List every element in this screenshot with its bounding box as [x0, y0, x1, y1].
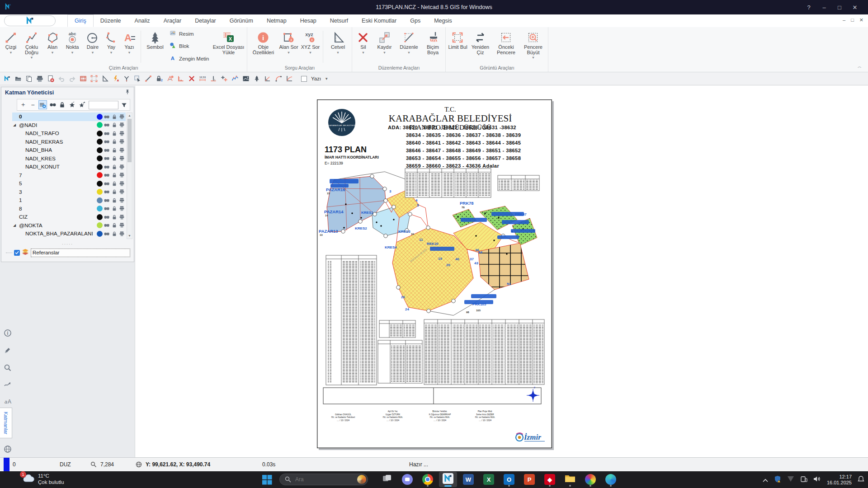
expand-icon[interactable]: ◢ — [13, 123, 19, 127]
tab-duzenle[interactable]: Düzenle — [94, 14, 128, 27]
layer-visibility-icon[interactable] — [103, 114, 110, 119]
perpendicular-icon[interactable] — [209, 74, 218, 83]
print-icon[interactable] — [35, 74, 44, 83]
scroll-down-icon[interactable]: ▼ — [127, 233, 132, 239]
display-icon[interactable] — [787, 476, 794, 484]
ribbon-alan-sor-button[interactable]: iAlan Sor▼ — [278, 28, 299, 65]
security-shield-icon[interactable] — [774, 475, 781, 484]
filter-icon[interactable] — [119, 100, 128, 109]
layer-visibility-icon[interactable] — [103, 198, 110, 203]
ribbon-yay-button[interactable]: Yay▼ — [103, 28, 119, 65]
ribbon-alan-button[interactable]: Alan▼ — [43, 28, 61, 65]
draw-line-icon[interactable] — [144, 74, 153, 83]
layer-lock-icon[interactable] — [110, 122, 118, 128]
angle-measure-icon[interactable] — [263, 74, 272, 83]
ribbon-resim-button[interactable]: Resim — [170, 30, 209, 38]
ribbon-coklu-dogru-button[interactable]: Çoklu Doğru▼ — [21, 28, 42, 65]
clock[interactable]: 12:17 16.01.2025 — [827, 474, 852, 486]
mdi-restore-button[interactable]: □ — [851, 17, 854, 23]
ribbon-bicim-boya-button[interactable]: Biçim Boya — [422, 28, 443, 65]
ribbon-excel-dosyasi-yukle-button[interactable]: XExcel Dosyası Yükle — [212, 28, 245, 65]
copy-document-icon[interactable] — [24, 74, 33, 83]
layer-print-icon[interactable] — [118, 222, 126, 228]
volume-icon[interactable] — [813, 476, 821, 484]
open-file-icon[interactable] — [14, 74, 23, 83]
layer-lock-icon[interactable] — [110, 172, 118, 178]
layer-color-swatch[interactable] — [97, 147, 103, 153]
ribbon-duzenle-button[interactable]: Düzenle▼ — [396, 28, 421, 65]
weather-widget[interactable]: 1 11°C Çok bulutlu — [23, 473, 64, 485]
layer-print-icon[interactable] — [118, 214, 126, 220]
layer-color-swatch[interactable] — [97, 206, 103, 211]
layer-color-swatch[interactable] — [97, 139, 103, 145]
dropdown-arrow-icon[interactable]: ▼ — [71, 51, 74, 55]
layer-row-1[interactable]: 1 — [12, 196, 126, 205]
undo-icon[interactable] — [57, 74, 66, 83]
taskbar-app-color-app[interactable] — [581, 472, 599, 487]
layer-row-nadi[interactable]: ◢@NADI — [12, 121, 126, 130]
layer-color-swatch[interactable] — [97, 172, 103, 178]
layer-color-swatch[interactable] — [97, 155, 103, 161]
tab-detaylar[interactable]: Detaylar — [188, 14, 223, 27]
mdi-minimize-button[interactable]: – — [843, 17, 845, 23]
new-layer-group-button[interactable] — [38, 100, 47, 109]
curve-axis-icon[interactable] — [285, 74, 294, 83]
layer-row-nadi-rekras[interactable]: NADI_REKRAS — [12, 138, 126, 146]
pin-icon[interactable] — [124, 89, 130, 96]
layer-row-7[interactable]: 7 — [12, 171, 126, 180]
references-row[interactable]: Referanslar — [6, 248, 130, 257]
taskbar-app-word[interactable]: W — [459, 472, 477, 487]
ribbon-obje-ozellikleri-button[interactable]: iObje Özellikleri — [249, 28, 277, 65]
dropdown-arrow-icon[interactable]: ▼ — [407, 51, 410, 55]
drawing-list-icon[interactable] — [79, 74, 88, 83]
dropdown-arrow-icon[interactable]: ▼ — [9, 51, 12, 55]
layer-print-icon[interactable] — [118, 189, 126, 195]
layer-visibility-icon[interactable] — [103, 139, 110, 144]
profile-line-icon[interactable] — [231, 74, 240, 83]
netcad-logo-icon[interactable] — [3, 74, 12, 83]
layer-color-swatch[interactable] — [97, 181, 103, 187]
delete-document-icon[interactable] — [46, 74, 55, 83]
star-icon[interactable] — [68, 100, 77, 109]
layer-lock-icon[interactable] — [110, 155, 118, 161]
delete-red-icon[interactable] — [187, 74, 196, 83]
zoom-tool-icon[interactable] — [4, 364, 12, 372]
ribbon-sil-button[interactable]: Sil▼ — [354, 28, 372, 65]
info-circle-icon[interactable]: i — [4, 329, 12, 337]
layer-row-nadi-kres[interactable]: NADI_KRES — [12, 155, 126, 163]
yazi-checkbox[interactable] — [301, 76, 307, 82]
layer-row-ciz[interactable]: CIZ — [12, 213, 126, 221]
taskbar-app-red-app[interactable]: ◆ — [541, 472, 559, 487]
layer-row-nadi-trafo[interactable]: NADI_TRAFO — [12, 129, 126, 138]
tab-netsurf[interactable]: Netsurf — [323, 14, 355, 27]
panel-splitter[interactable]: ····· — [1, 242, 134, 246]
dropdown-arrow-icon[interactable]: ▼ — [336, 51, 340, 55]
layer-lock-icon[interactable] — [110, 139, 118, 145]
layer-list-scrollbar[interactable]: ▲ ▼ — [127, 113, 132, 239]
arc-tool-icon[interactable] — [274, 74, 283, 83]
ribbon-yazi-button[interactable]: AYazı▼ — [120, 28, 138, 65]
layer-print-icon[interactable] — [118, 206, 126, 211]
tab-netmap[interactable]: Netmap — [260, 14, 293, 27]
layer-print-icon[interactable] — [118, 172, 126, 178]
taskbar-app-teams[interactable] — [398, 472, 416, 487]
layer-row-0[interactable]: 0 — [12, 113, 126, 121]
dropdown-arrow-icon[interactable]: ▼ — [362, 51, 365, 55]
tab-megsis[interactable]: Megsis — [427, 14, 459, 27]
dropdown-arrow-icon[interactable]: ▼ — [532, 56, 535, 60]
tab-araclar[interactable]: Araçlar — [157, 14, 189, 27]
visibility-icon[interactable] — [48, 100, 57, 109]
layer-print-icon[interactable] — [118, 114, 126, 120]
layer-row-8[interactable]: 8 — [12, 205, 126, 213]
tab-eski-komutlar[interactable]: Eski Komutlar — [355, 14, 403, 27]
remove-layer-button[interactable]: − — [28, 100, 38, 109]
references-checkbox[interactable] — [14, 250, 20, 256]
layer-color-swatch[interactable] — [97, 131, 103, 136]
layer-visibility-icon[interactable] — [103, 189, 110, 194]
ribbon-z-engin-metin-button[interactable]: AZengin Metin — [170, 55, 209, 62]
ribbon-pencere-buyut-button[interactable]: Pencere Büyüt▼ — [520, 28, 546, 65]
ribbon-collapse-button[interactable]: ︿ — [858, 64, 862, 70]
notification-bell-icon[interactable] — [858, 475, 864, 484]
ribbon-onceki-pencere-button[interactable]: Önceki Pencere — [493, 28, 519, 65]
layer-lock-icon[interactable] — [110, 181, 118, 187]
